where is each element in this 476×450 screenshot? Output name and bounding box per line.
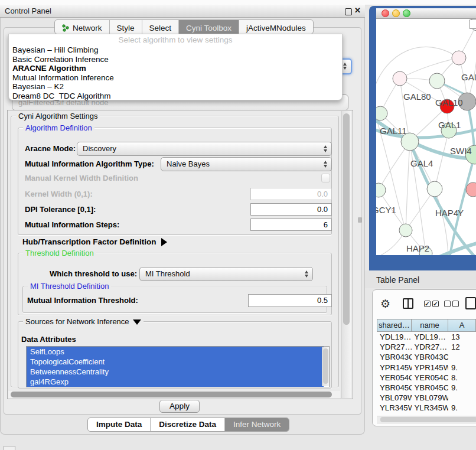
node-HAP4[interactable] [427,181,442,197]
combo-arrows-icon [305,270,308,278]
dpi-tolerance-field[interactable]: 0.0 [250,203,332,216]
table-panel-title: Table Panel [376,275,419,285]
table-cell [448,393,476,403]
algorithm-option[interactable]: Mutual Information Inference [9,73,342,83]
mi-threshold-field[interactable]: 0.5 [248,294,332,307]
table-row[interactable]: YLR345WYLR345W9. [377,403,476,413]
splitter-handle[interactable] [358,217,362,223]
node-label-Y: Y [458,208,464,218]
algorithm-popup-list: Bayesian – Hill ClimbingBasic Correlatio… [9,45,342,101]
mi-threshold-group-title: MI Threshold Definition [28,282,111,291]
control-panel-titlebar[interactable] [0,5,365,18]
node-label-GAL1: GAL1 [438,120,461,130]
hub-definition-toggle[interactable]: Hub/Transcription Factor Definition [22,236,167,248]
algorithm-popup: Select algorithm to view settings Bayesi… [8,34,343,100]
check-all-icon-2[interactable]: ✓ [432,301,439,307]
column-header[interactable]: shared… [377,319,412,332]
birdseye-control[interactable] [469,19,476,29]
table-cell: 9. [448,383,476,393]
collapse-down-icon [133,319,141,325]
column-header[interactable]: A [448,319,476,332]
settings-horizontal-scrollbar[interactable] [8,390,340,399]
apply-button[interactable]: Apply [159,400,200,413]
close-icon[interactable]: ✕ [354,6,361,15]
algorithm-option[interactable]: Dream8 DC_TDC Algorithm [9,92,342,101]
kernel-width-field[interactable]: 0.0 [250,188,332,200]
gear-icon[interactable]: ⚙ [380,297,390,311]
tab-label: Cyni Toolbox [186,24,232,32]
algorithm-definition-title: Algorithm Definition [23,123,94,132]
column-header[interactable]: name [412,319,448,332]
table-scrollbar-thumb[interactable] [380,417,476,422]
table-cell: YDL19… [377,332,412,342]
table-cell: 8. [448,373,476,383]
attribute-item[interactable]: TopologicalCoefficient [27,357,324,367]
algorithm-popup-prompt: Select algorithm to view settings [9,34,342,45]
tab-jactivemnodules[interactable]: jActiveMNodules [239,20,313,34]
network-icon [62,24,70,32]
table-row[interactable]: YPR145WYPR145W9. [377,363,476,373]
attribute-item[interactable]: SelfLoops [27,347,324,357]
node-table-body: YDL19…YDL19…13YDR27…YDR27…12YBR043CYBR04… [377,332,476,416]
table-row[interactable]: YDR27…YDR27…12 [377,342,476,352]
node-GCY1[interactable] [376,183,386,197]
table-row[interactable]: YDL19…YDL19…13 [377,332,476,342]
network-canvas[interactable]: GALGAL80GAL10GAL1SWI4GAL11GAL4GCY1HAP4YH… [376,19,476,255]
bottom-tab-discretize-data[interactable]: Discretize Data [150,418,224,431]
sources-group-title[interactable]: Sources for Network Inference [23,317,144,326]
float-window-icon[interactable] [345,8,352,15]
export-table-icon[interactable] [465,297,476,309]
close-traffic-light[interactable] [382,9,389,17]
algorithm-option[interactable]: Bayesian – K2 [9,82,342,92]
zoom-traffic-light[interactable] [403,9,410,17]
uncheck-all-icon-2[interactable] [452,301,459,307]
attribute-item[interactable]: gal4RGexp [27,377,324,387]
algorithm-option[interactable]: Bayesian – Hill Climbing [9,45,342,55]
aracne-mode-combo[interactable]: Discovery [77,142,332,156]
mi-type-combo[interactable]: Naive Bayes [161,157,332,171]
tab-select[interactable]: Select [142,20,179,34]
node-GAL10[interactable] [429,73,445,89]
node-label-GAL11: GAL11 [380,126,407,136]
attributes-list-scrollbar[interactable] [322,347,329,386]
algorithm-option[interactable]: ARACNE Algorithm [9,64,342,73]
table-cell: 12 [448,342,476,352]
table-row[interactable]: YBL079WYBL079W [377,393,476,403]
tab-cyni-toolbox[interactable]: Cyni Toolbox [178,20,239,34]
network-edge [406,142,410,230]
bottom-tab-infer-network[interactable]: Infer Network [224,418,289,431]
mi-type-label: Mutual Information Algorithm Type: [25,157,154,171]
node-GAL11[interactable] [376,106,387,120]
network-edge [435,131,449,189]
tab-label: Select [149,24,172,32]
bottom-left-partial-button[interactable] [4,446,15,450]
table-cell: YER054C [377,373,412,383]
table-row[interactable]: YER054CYER054C8. [377,373,476,383]
check-all-icon[interactable]: ✓ [424,301,431,307]
tab-style[interactable]: Style [109,20,142,34]
table-row[interactable]: YBR043CYBR043C [377,352,476,362]
table-cell: 9. [448,403,476,413]
node-HAP2[interactable] [399,224,412,237]
tab-network[interactable]: Network [55,20,109,34]
bottom-tab-impute-data[interactable]: Impute Data [88,418,150,431]
tab-label: Style [117,24,135,32]
table-cell: YBR045C [377,383,412,393]
node-gal-pink[interactable] [452,51,466,65]
bottom-tabbar: Impute DataDiscretize DataInfer Network [87,418,289,432]
minimize-traffic-light[interactable] [392,9,400,17]
table-row[interactable]: YBR045CYBR045C9. [377,383,476,393]
algorithm-option[interactable]: Basic Correlation Inference [9,55,342,64]
manual-kernel-checkbox[interactable] [321,174,330,182]
attribute-item[interactable]: BetweennessCentrality [27,367,324,377]
which-threshold-combo[interactable]: MI Threshold [139,267,313,281]
network-window-titlebar[interactable] [376,8,476,19]
mi-steps-field[interactable]: 6 [250,219,332,231]
tab-label: jActiveMNodules [246,24,306,32]
table-cell: YDR27… [412,342,448,352]
columns-icon[interactable] [403,298,413,309]
node-GAL80[interactable] [393,71,407,86]
settings-vertical-scrollbar[interactable] [341,111,351,398]
table-cell: YER054C [412,373,448,383]
uncheck-all-icon[interactable] [444,301,451,307]
